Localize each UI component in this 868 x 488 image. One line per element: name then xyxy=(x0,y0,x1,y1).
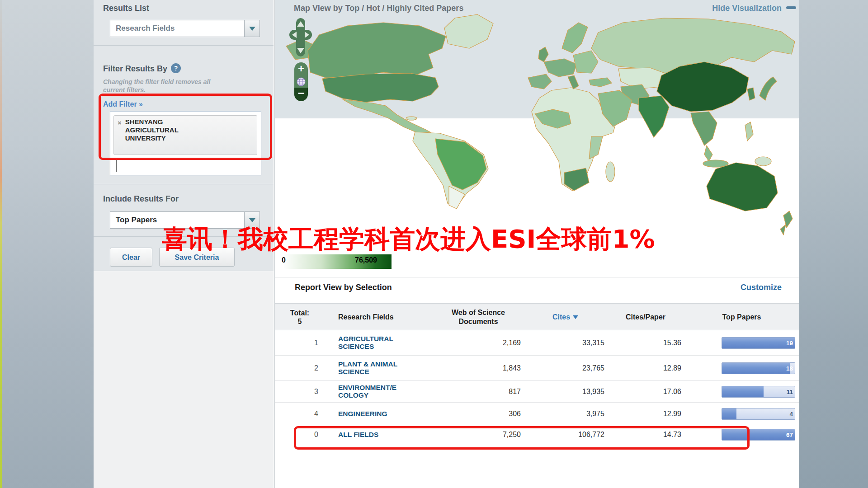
results-list-heading: Results List xyxy=(103,4,149,13)
top-papers-bar: 4 xyxy=(722,408,795,420)
row-rank: 1 xyxy=(275,339,325,347)
row-rank: 4 xyxy=(275,410,325,418)
divider xyxy=(275,303,799,304)
report-table: Total:5 Research Fields Web of Science D… xyxy=(275,304,799,444)
map-zoom-control: + − xyxy=(294,62,308,101)
cites-value: 3,975 xyxy=(524,410,607,418)
column-header-cites-sorted[interactable]: Cites xyxy=(524,313,607,321)
field-link[interactable]: ENVIRONMENT/E COLOGY xyxy=(338,384,414,399)
results-list-select-button[interactable] xyxy=(244,20,259,37)
table-row: 1 AGRICULTURAL SCIENCES 2,169 33,315 15.… xyxy=(275,330,799,356)
filter-note: Changing the filter field removes all cu… xyxy=(103,78,225,94)
esi-screenshot: Results List Research Fields Filter Resu… xyxy=(0,0,868,488)
continent-south-america xyxy=(413,132,488,209)
field-link[interactable]: AGRICULTURAL SCIENCES xyxy=(338,335,414,350)
row-rank: 3 xyxy=(275,388,325,396)
table-row: 3 ENVIRONMENT/E COLOGY 817 13,935 17.06 … xyxy=(275,381,799,403)
table-header-row: Total:5 Research Fields Web of Science D… xyxy=(275,304,799,330)
cites-value: 33,315 xyxy=(524,339,607,347)
table-row-engineering: 4 ENGINEERING 306 3,975 12.99 4 xyxy=(275,403,799,425)
column-header-cites-per-paper[interactable]: Cites/Paper xyxy=(607,313,684,322)
cites-value: 13,935 xyxy=(524,388,607,396)
field-link[interactable]: ENGINEERING xyxy=(338,410,414,418)
continent-europe xyxy=(528,23,598,89)
zoom-in-button[interactable]: + xyxy=(294,62,308,76)
docs-value: 306 xyxy=(433,410,524,418)
field-link[interactable]: PLANT & ANIMAL SCIENCE xyxy=(338,360,414,375)
cites-per-paper-value: 15.36 xyxy=(607,339,684,347)
slide-background-right xyxy=(799,0,868,488)
globe-icon xyxy=(296,77,306,87)
filter-results-heading: Filter Results By? xyxy=(103,63,181,74)
total-count: Total:5 xyxy=(275,309,325,326)
table-row: 2 PLANT & ANIMAL SCIENCE 1,843 23,765 12… xyxy=(275,356,799,381)
legend-min-value: 0 xyxy=(282,256,286,264)
world-map[interactable] xyxy=(275,5,799,252)
legend-max-value: 76,509 xyxy=(355,256,377,264)
continent-oceania xyxy=(707,163,793,235)
docs-value: 1,843 xyxy=(433,364,524,372)
include-results-heading: Include Results For xyxy=(103,194,179,204)
top-papers-bar: 11 xyxy=(722,386,795,398)
top-papers-value: 18 xyxy=(786,363,793,374)
text-cursor xyxy=(116,158,117,172)
top-papers-value: 19 xyxy=(786,338,793,349)
row-rank: 2 xyxy=(275,364,325,372)
cites-per-paper-value: 12.99 xyxy=(607,410,684,418)
cites-per-paper-value: 17.06 xyxy=(607,388,684,396)
annotation-engineering-row-highlight xyxy=(294,426,750,450)
divider xyxy=(94,45,274,46)
report-view-title: Report View by Selection xyxy=(295,283,392,292)
column-header-top-papers[interactable]: Top Papers xyxy=(684,313,799,321)
customize-link[interactable]: Customize xyxy=(741,283,782,292)
results-list-select[interactable]: Research Fields xyxy=(110,20,260,37)
announcement-overlay-text: 喜讯！我校工程学科首次进入ESI全球前1% xyxy=(162,222,655,257)
help-icon[interactable]: ? xyxy=(171,63,181,73)
top-papers-bar: 18 xyxy=(722,362,795,374)
top-papers-bar: 19 xyxy=(722,337,795,349)
chevron-down-icon xyxy=(249,27,255,31)
slide-background-left xyxy=(0,0,94,488)
top-papers-value: 4 xyxy=(789,408,793,420)
map-pan-control[interactable] xyxy=(289,18,312,56)
top-papers-value: 11 xyxy=(787,386,793,398)
divider xyxy=(94,184,274,184)
zoom-out-button[interactable]: − xyxy=(294,88,308,101)
column-header-wos-documents[interactable]: Web of Science Documents xyxy=(433,308,524,326)
sort-desc-icon xyxy=(573,315,578,319)
cites-per-paper-value: 12.89 xyxy=(607,364,684,372)
cites-value: 23,765 xyxy=(524,364,607,372)
docs-value: 817 xyxy=(433,388,524,396)
continent-north-america xyxy=(286,14,493,133)
column-header-research-fields[interactable]: Research Fields xyxy=(325,313,433,321)
annotation-add-filter-highlight xyxy=(99,94,272,160)
chevron-down-icon xyxy=(249,218,255,222)
divider xyxy=(275,277,799,277)
top-papers-value: 67 xyxy=(786,429,793,441)
slide-edge-sliver xyxy=(0,0,2,488)
clear-button[interactable]: Clear xyxy=(110,248,152,267)
results-list-selected-value: Research Fields xyxy=(110,24,244,33)
continent-asia xyxy=(589,18,795,170)
docs-value: 2,169 xyxy=(433,339,524,347)
